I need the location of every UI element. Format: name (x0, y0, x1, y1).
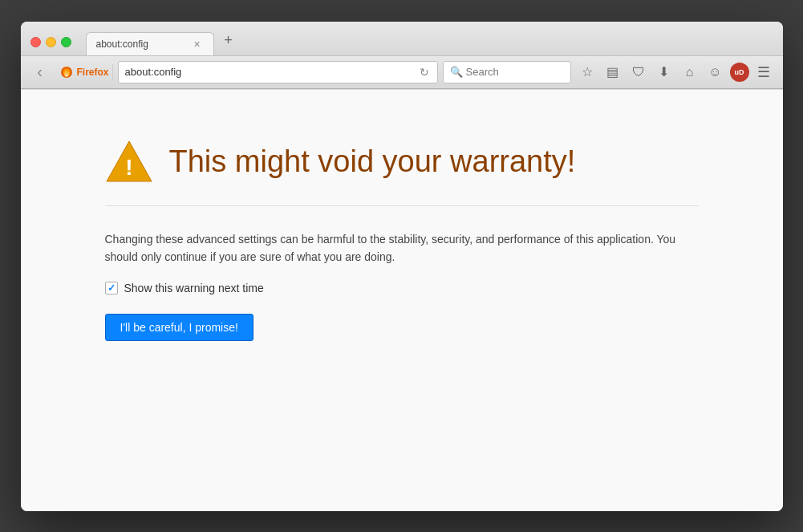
active-tab[interactable]: about:config × (86, 32, 214, 55)
checkmark-icon: ✓ (107, 282, 116, 294)
bookmark-star-button[interactable]: ☆ (576, 61, 598, 83)
warning-body-text: Changing these advanced settings can be … (105, 230, 699, 266)
browser-window: about:config × + ‹ Firefox ↻ 🔍 (21, 22, 783, 511)
checkbox-row: ✓ Show this warning next time (105, 282, 699, 294)
download-icon: ⬇ (659, 64, 669, 79)
tab-title: about:config (96, 39, 185, 50)
download-button[interactable]: ⬇ (653, 61, 675, 83)
window-controls (30, 37, 71, 47)
checkbox-label[interactable]: Show this warning next time (124, 282, 264, 294)
navigation-bar: ‹ Firefox ↻ 🔍 ☆ ▤ (21, 56, 783, 89)
close-button[interactable] (30, 37, 41, 47)
ublock-button[interactable]: uD (730, 63, 749, 82)
firefox-label: Firefox (77, 67, 109, 78)
svg-point-3 (65, 74, 68, 77)
star-icon: ☆ (582, 64, 593, 79)
warning-container: ! This might void your warranty! Changin… (73, 138, 731, 342)
pocket-icon: 🛡 (632, 65, 645, 79)
tab-close-button[interactable]: × (191, 38, 204, 51)
show-warning-checkbox[interactable]: ✓ (105, 282, 118, 294)
url-input[interactable] (125, 66, 413, 78)
warning-triangle-icon: ! (105, 138, 153, 186)
firefox-badge: Firefox (56, 64, 113, 80)
search-input[interactable] (466, 66, 546, 78)
reload-icon[interactable]: ↻ (418, 66, 431, 79)
emoji-icon: ☺ (708, 65, 721, 79)
title-bar: about:config × + (21, 22, 783, 56)
reading-list-icon: ▤ (606, 64, 618, 79)
maximize-button[interactable] (61, 37, 71, 47)
promise-button[interactable]: I'll be careful, I promise! (105, 314, 253, 341)
pocket-button[interactable]: 🛡 (627, 61, 650, 83)
back-icon: ‹ (37, 63, 43, 81)
search-icon: 🔍 (450, 66, 463, 78)
warning-title: This might void your warranty! (169, 145, 576, 179)
new-tab-button[interactable]: + (217, 30, 240, 52)
nav-icons: ☆ ▤ 🛡 ⬇ ⌂ ☺ uD ☰ (576, 61, 775, 83)
reading-list-button[interactable]: ▤ (602, 61, 624, 83)
url-bar[interactable]: ↻ (118, 61, 438, 83)
home-button[interactable]: ⌂ (679, 61, 701, 83)
minimize-button[interactable] (46, 37, 56, 47)
warning-header: ! This might void your warranty! (105, 138, 699, 206)
tab-bar: about:config × + (86, 30, 773, 55)
menu-button[interactable]: ☰ (752, 61, 775, 83)
ublock-icon: uD (735, 68, 744, 76)
emoji-button[interactable]: ☺ (704, 61, 727, 83)
hamburger-icon: ☰ (757, 63, 770, 81)
home-icon: ⌂ (686, 65, 694, 79)
search-bar[interactable]: 🔍 (443, 61, 571, 83)
page-content: ! This might void your warranty! Changin… (21, 89, 783, 511)
firefox-icon (59, 65, 74, 79)
svg-text:!: ! (125, 155, 132, 180)
back-button[interactable]: ‹ (29, 61, 51, 83)
